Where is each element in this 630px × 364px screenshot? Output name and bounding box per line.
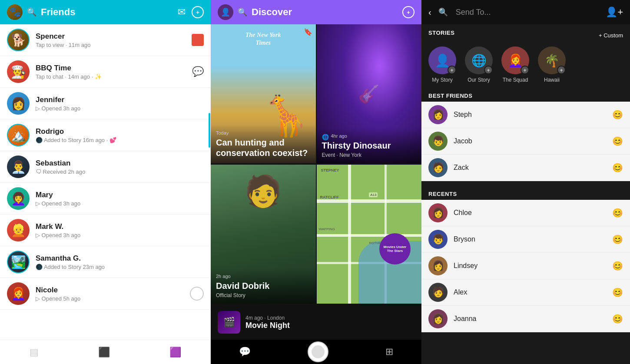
friend-avatar-mary: 👩‍🦱: [7, 187, 30, 210]
friend-status-nicole: ▷ Opened 5h ago: [36, 295, 184, 302]
friend-status-markw: ▷ Opened 3h ago: [36, 232, 204, 238]
send-friend-jacob[interactable]: 👦 Jacob 😊: [421, 128, 630, 155]
friend-name-samantha: Samantha G.: [36, 254, 204, 263]
nyt-card-content: Today Can hunting and conservation coexi…: [211, 125, 316, 163]
friend-action-spencer[interactable]: [192, 34, 204, 46]
friend-item-rodrigo[interactable]: 🏔️ Rodrigo 🌑 Added to Story 16m ago · 💕: [0, 119, 211, 151]
david-card-content: 2h ago David Dobrik Official Story: [211, 268, 316, 304]
user-avatar[interactable]: 🐾: [7, 4, 23, 20]
add-friend-icon-sendto[interactable]: 👤+: [606, 7, 623, 18]
chat-compose-icon[interactable]: ✉: [178, 7, 186, 18]
sendto-panel: ‹ 🔍 Send To... 👤+ STORIES + Custom 👤: [421, 0, 630, 364]
send-friend-joanna[interactable]: 👩 Joanna 😊: [421, 306, 630, 332]
concert-card-tag: 4hr ago: [331, 133, 347, 139]
mystory-avatar-wrap: 👤 +: [428, 46, 456, 74]
recents-section: RECENTS 👩 Chloe 😊 👦 Bryson 😊 👩 Li: [421, 185, 630, 336]
steph-emoji: 😊: [612, 109, 623, 120]
add-friend-icon[interactable]: +: [192, 6, 204, 18]
discover-add-icon[interactable]: +: [402, 6, 414, 18]
friend-info-mary: Mary ▷ Opened 3h ago: [36, 191, 204, 207]
friend-status-mary: ▷ Opened 3h ago: [36, 200, 204, 207]
map-label-a13: A13: [369, 192, 378, 197]
story-item-squad[interactable]: 👩‍🦰 + The Squad: [501, 46, 529, 83]
chloe-avatar: 👩: [428, 203, 448, 222]
friend-name-sebastian: Sebastian: [36, 159, 204, 168]
send-friend-chloe[interactable]: 👩 Chloe 😊: [421, 200, 630, 226]
friends-nav-snap-icon[interactable]: ⬛: [98, 347, 110, 358]
discover-header-left: 👤 🔍 Discover: [218, 4, 292, 20]
movie-night-thumbnail: 🎬: [218, 311, 240, 334]
chloe-name: Chloe: [454, 209, 606, 217]
friend-avatar-jennifer: 👩: [7, 92, 30, 115]
friends-nav-stories-icon[interactable]: ▤: [30, 347, 39, 358]
friend-action-nicole[interactable]: [190, 287, 204, 301]
friend-item-sebastian[interactable]: 👨‍💼 Sebastian 🗨 Received 2h ago: [0, 151, 211, 183]
nyt-card-title: Can hunting and conservation coexist?: [216, 137, 311, 158]
back-arrow-icon[interactable]: ‹: [428, 7, 431, 17]
movie-night-bar[interactable]: 🎬 4m ago · London Movie Night: [211, 305, 421, 340]
friend-info-spencer: Spencer Tap to view · 11m ago: [36, 32, 186, 48]
send-friend-zack[interactable]: 🧑 Zack 😊: [421, 155, 630, 181]
story-item-mystory[interactable]: 👤 + My Story: [428, 46, 456, 83]
stories-row: 👤 + My Story 🌐 + Our Story: [428, 46, 623, 83]
friend-item-mary[interactable]: 👩‍🦱 Mary ▷ Opened 3h ago: [0, 183, 211, 215]
friend-item-jennifer[interactable]: 👩 Jennifer ▷ Opened 3h ago: [0, 88, 211, 119]
discover-card-map[interactable]: STEPNEY RATCLIFF WAPPING ROTHERHITHE A13…: [317, 165, 422, 304]
search-icon[interactable]: 🔍: [27, 7, 36, 17]
map-event-bubble[interactable]: Movies Under The Stars: [379, 233, 411, 265]
friends-nav-bitmoji-icon[interactable]: 🟪: [169, 347, 181, 358]
mystory-plus-icon: +: [448, 66, 456, 74]
discover-nav-grid-icon[interactable]: ⊞: [385, 346, 393, 357]
scroll-indicator: [209, 113, 210, 148]
snap-circle[interactable]: [190, 287, 204, 301]
discover-card-david[interactable]: 🧑 2h ago David Dobrik Official Story: [211, 165, 316, 304]
discover-search-icon[interactable]: 🔍: [238, 7, 247, 17]
discover-nav-snap-button[interactable]: [308, 341, 328, 362]
zack-name: Zack: [454, 164, 606, 172]
best-friends-label: BEST FRIENDS: [421, 90, 630, 102]
snap-notification-red[interactable]: [192, 34, 204, 46]
friend-info-markw: Mark W. ▷ Opened 3h ago: [36, 222, 204, 238]
discover-card-concert[interactable]: 🎸 🌐 4hr ago Thirsty Dinosaur Event · New…: [317, 24, 422, 163]
custom-button[interactable]: + Custom: [599, 32, 623, 39]
movie-night-tag: 4m ago · London: [245, 315, 290, 321]
story-item-hawaii[interactable]: 🌴 + Hawaii: [538, 46, 566, 83]
bookmark-icon[interactable]: 🔖: [304, 28, 312, 36]
ourstory-label: Our Story: [468, 77, 490, 83]
recents-label: RECENTS: [421, 188, 630, 200]
send-friend-bryson[interactable]: 👦 Bryson 😊: [421, 226, 630, 253]
friend-avatar-nicole: 👩‍🦰: [7, 282, 30, 305]
friend-item-bbq[interactable]: 👨‍🍳 BBQ Time Tap to chat · 14m ago · ✨ 💬: [0, 56, 211, 88]
discover-bottom-nav: 💬 ⊞: [211, 340, 421, 364]
map-label-stepney: STEPNEY: [321, 168, 339, 172]
sendto-search-icon[interactable]: 🔍: [438, 7, 448, 17]
discover-panel: 👤 🔍 Discover + The New YorkTimes 🦒 🔖 Tod…: [211, 0, 421, 364]
friend-avatar-markw: 👱: [7, 219, 30, 242]
discover-card-nyt[interactable]: The New YorkTimes 🦒 🔖 Today Can hunting …: [211, 24, 316, 163]
friend-name-bbq: BBQ Time: [36, 64, 186, 73]
chat-icon[interactable]: 💬: [192, 66, 204, 77]
discover-title: Discover: [252, 7, 292, 18]
friend-action-bbq[interactable]: 💬: [192, 66, 204, 77]
friend-avatar-spencer: 🐕: [7, 29, 30, 51]
friend-avatar-bbq: 👨‍🍳: [7, 60, 30, 83]
friend-status-rodrigo: 🌑 Added to Story 16m ago · 💕: [36, 137, 204, 143]
steph-avatar: 👩: [428, 105, 448, 124]
send-friend-steph[interactable]: 👩 Steph 😊: [421, 102, 630, 128]
map-road-1: [317, 199, 422, 203]
story-item-ourstory[interactable]: 🌐 + Our Story: [465, 46, 493, 83]
send-friend-lindsey[interactable]: 👩 Lindsey 😊: [421, 253, 630, 279]
map-label-ratcliff: RATCLIFF: [320, 195, 339, 199]
send-friend-alex[interactable]: 🧑 Alex 😊: [421, 279, 630, 306]
discover-nav-chat-icon[interactable]: 💬: [239, 346, 251, 357]
friend-item-samantha[interactable]: 🏞️ Samantha G. 🌑 Added to Story 23m ago: [0, 246, 211, 278]
concert-card-title: Thirsty Dinosaur: [322, 140, 417, 151]
zack-avatar: 🧑: [428, 158, 448, 177]
david-card-subtitle: Official Story: [216, 292, 311, 298]
friend-item-spencer[interactable]: 🐕 Spencer Tap to view · 11m ago: [0, 24, 211, 56]
friend-status-sebastian: 🗨 Received 2h ago: [36, 169, 204, 175]
friend-item-nicole[interactable]: 👩‍🦰 Nicole ▷ Opened 5h ago: [0, 278, 211, 310]
sendto-search-input[interactable]: Send To...: [456, 8, 491, 17]
friend-item-markw[interactable]: 👱 Mark W. ▷ Opened 3h ago: [0, 215, 211, 246]
friends-list: 🐕 Spencer Tap to view · 11m ago 👨‍🍳 BBQ …: [0, 24, 211, 340]
